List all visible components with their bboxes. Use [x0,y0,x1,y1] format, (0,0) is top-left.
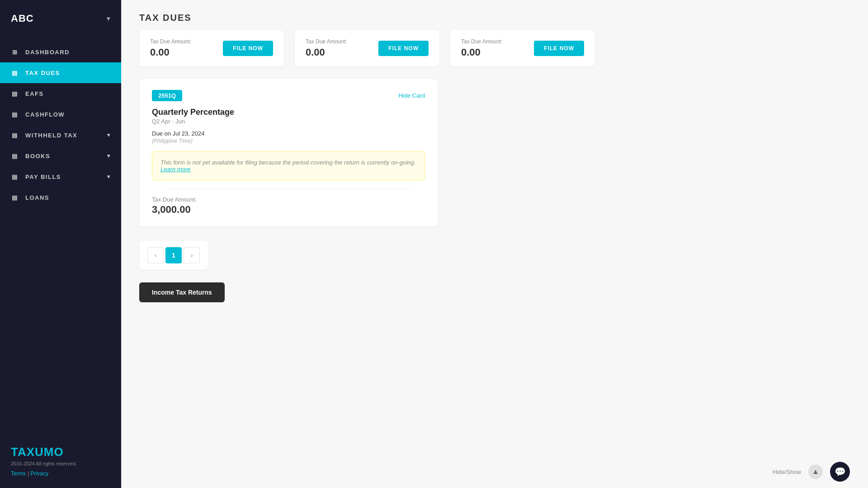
eafs-icon: ▤ [11,89,19,98]
logo-suffix: UMO [35,445,64,459]
form-due-date: Due on Jul 23, 2024 [152,130,425,137]
form-card-header: 2551Q Hide Card [152,90,425,101]
sidebar-item-dashboard[interactable]: ⊞ DASHBOARD [0,42,121,62]
card-2-amount: 0.00 [306,47,347,58]
learn-more-link[interactable]: Learn more [160,166,190,173]
form-2551q-card: 2551Q Hide Card Quarterly Percentage Q2 … [139,79,438,226]
copyright-text: 2016-2024 All rights reserved. [11,461,110,466]
sidebar-item-label: DASHBOARD [25,49,70,56]
tax-card-1: Tax Due Amount: 0.00 FILE NOW [139,30,284,66]
card-3-label: Tax Due Amount: [461,38,502,45]
card-3-amount: 0.00 [461,47,502,58]
form-period: Q2 Apr - Jun [152,118,425,125]
pagination: ‹ 1 › [139,241,208,270]
tax-card-3: Tax Due Amount: 0.00 FILE NOW [450,30,595,66]
company-name: ABC [11,13,34,24]
sidebar: ABC ▾ ⊞ DASHBOARD ▤ TAX DUES ▤ EAFS ▤ CA… [0,0,121,488]
pay-bills-icon: ▤ [11,173,19,181]
file-now-button-3[interactable]: FILE NOW [534,41,584,56]
books-icon: ▤ [11,152,19,160]
privacy-link[interactable]: Privacy [28,470,48,477]
hide-show-label[interactable]: Hide/Show [773,469,801,475]
terms-link[interactable]: Terms [11,470,26,477]
income-tax-returns-button[interactable]: Income Tax Returns [139,282,225,302]
sidebar-item-label: CASHFLOW [25,111,65,118]
sidebar-item-books[interactable]: ▤ BOOKS ▾ [0,145,121,166]
pagination-page-1[interactable]: 1 [165,247,182,263]
chat-icon: 💬 [835,466,846,477]
warning-box: This form is not yet available for filin… [152,151,425,180]
tax-due-label: Tax Due Amount: [152,196,425,203]
scroll-top-button[interactable]: ▲ [808,465,823,479]
top-cards-row: Tax Due Amount: 0.00 FILE NOW Tax Due Am… [121,30,868,66]
card-1-left: Tax Due Amount: 0.00 [150,38,191,58]
sidebar-item-label: BOOKS [25,153,50,160]
sidebar-item-tax-dues[interactable]: ▤ TAX DUES [0,62,121,83]
tax-dues-icon: ▤ [11,69,19,77]
books-chevron: ▾ [107,153,111,159]
footer-links: Terms Privacy [11,469,110,477]
form-title: Quarterly Percentage [152,108,425,117]
card-2-label: Tax Due Amount: [306,38,347,45]
dashboard-icon: ⊞ [11,48,19,56]
tax-due-amount: 3,000.00 [152,204,425,216]
sidebar-footer: TAXUMO 2016-2024 All rights reserved. Te… [0,434,121,488]
sidebar-nav: ⊞ DASHBOARD ▤ TAX DUES ▤ EAFS ▤ CASHFLOW… [0,37,121,434]
tax-card-2: Tax Due Amount: 0.00 FILE NOW [295,30,439,66]
cashflow-icon: ▤ [11,110,19,118]
sidebar-item-label: EAFS [25,90,44,97]
card-2-left: Tax Due Amount: 0.00 [306,38,347,58]
logo-prefix: TAX [11,445,35,459]
page-title: TAX DUES [121,0,868,30]
pagination-next[interactable]: › [184,247,200,263]
form-badge: 2551Q [152,90,182,101]
sidebar-item-eafs[interactable]: ▤ EAFS [0,83,121,104]
main-content: TAX DUES Tax Due Amount: 0.00 FILE NOW T… [121,0,868,488]
warning-text: This form is not yet available for filin… [160,159,415,166]
pay-bills-chevron: ▾ [107,174,111,180]
withheld-tax-chevron: ▾ [107,132,111,138]
sidebar-item-cashflow[interactable]: ▤ CASHFLOW [0,104,121,125]
hide-card-link[interactable]: Hide Card [398,92,425,99]
sidebar-item-label: LOANS [25,194,49,201]
chat-button[interactable]: 💬 [830,462,850,482]
pagination-prev[interactable]: ‹ [147,247,164,263]
form-due-timezone: (Philippine Time) [152,138,425,144]
card-3-left: Tax Due Amount: 0.00 [461,38,502,58]
file-now-button-2[interactable]: FILE NOW [378,41,429,56]
sidebar-item-loans[interactable]: ▤ LOANS [0,187,121,208]
sidebar-header: ABC ▾ [0,0,121,37]
withheld-tax-icon: ▤ [11,131,19,139]
sidebar-item-pay-bills[interactable]: ▤ PAY BILLS ▾ [0,166,121,187]
card-1-label: Tax Due Amount: [150,38,191,45]
loans-icon: ▤ [11,193,19,202]
bottom-bar: Hide/Show ▲ 💬 [121,455,868,488]
sidebar-item-label: WITHHELD TAX [25,132,77,139]
sidebar-item-withheld-tax[interactable]: ▤ WITHHELD TAX ▾ [0,125,121,145]
form-tax-due-section: Tax Due Amount: 3,000.00 [152,189,425,216]
sidebar-item-label: TAX DUES [25,70,60,76]
file-now-button-1[interactable]: FILE NOW [223,41,273,56]
sidebar-item-label: PAY BILLS [25,174,61,180]
taxumo-logo: TAXUMO [11,445,110,459]
company-chevron[interactable]: ▾ [107,15,110,22]
card-1-amount: 0.00 [150,47,191,58]
